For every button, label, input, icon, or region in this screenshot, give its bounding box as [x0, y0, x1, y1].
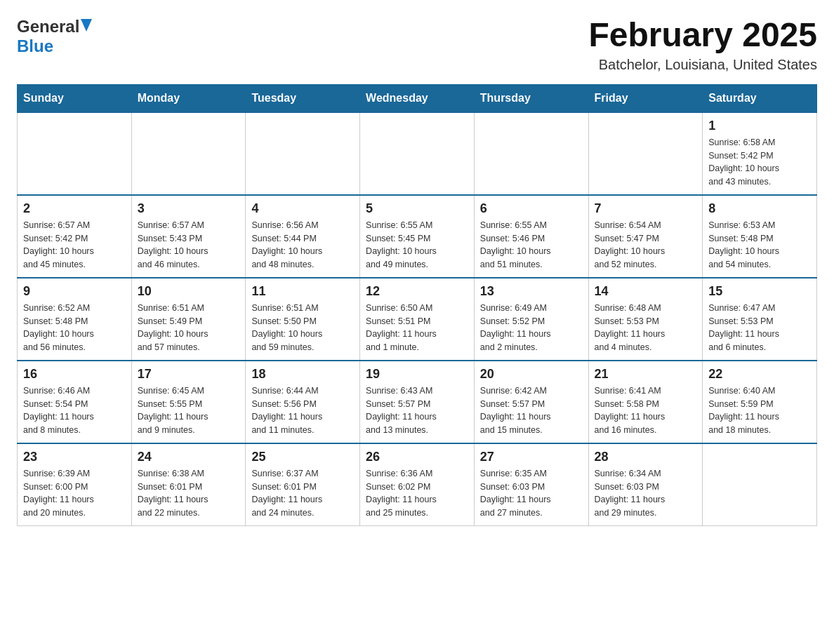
day-number: 26 [366, 450, 468, 464]
calendar-cell: 1Sunrise: 6:58 AM Sunset: 5:42 PM Daylig… [703, 112, 817, 195]
weekday-header-row: SundayMondayTuesdayWednesdayThursdayFrid… [18, 84, 817, 112]
week-row-2: 2Sunrise: 6:57 AM Sunset: 5:42 PM Daylig… [18, 195, 817, 278]
day-number: 27 [480, 450, 583, 464]
day-number: 24 [138, 450, 240, 464]
calendar-cell: 7Sunrise: 6:54 AM Sunset: 5:47 PM Daylig… [588, 195, 703, 278]
day-number: 12 [366, 284, 468, 299]
day-info: Sunrise: 6:52 AM Sunset: 5:48 PM Dayligh… [23, 302, 126, 354]
day-number: 4 [251, 201, 354, 216]
calendar-cell: 23Sunrise: 6:39 AM Sunset: 6:00 PM Dayli… [18, 443, 132, 526]
day-number: 23 [23, 450, 126, 464]
day-number: 7 [595, 201, 697, 216]
calendar-cell: 8Sunrise: 6:53 AM Sunset: 5:48 PM Daylig… [703, 195, 817, 278]
calendar-cell [474, 112, 588, 195]
day-number: 10 [138, 284, 240, 299]
calendar-cell [703, 443, 817, 526]
calendar-cell: 18Sunrise: 6:44 AM Sunset: 5:56 PM Dayli… [246, 361, 360, 443]
calendar-cell: 9Sunrise: 6:52 AM Sunset: 5:48 PM Daylig… [18, 278, 132, 361]
logo-blue-text: Blue [17, 36, 53, 55]
month-title: February 2025 [588, 17, 817, 54]
day-number: 1 [708, 119, 811, 133]
calendar-cell: 17Sunrise: 6:45 AM Sunset: 5:55 PM Dayli… [131, 361, 246, 443]
day-info: Sunrise: 6:40 AM Sunset: 5:59 PM Dayligh… [708, 384, 811, 437]
calendar-cell: 22Sunrise: 6:40 AM Sunset: 5:59 PM Dayli… [703, 361, 817, 443]
day-number: 9 [23, 284, 126, 299]
week-row-1: 1Sunrise: 6:58 AM Sunset: 5:42 PM Daylig… [18, 112, 817, 195]
day-info: Sunrise: 6:48 AM Sunset: 5:53 PM Dayligh… [595, 302, 697, 354]
calendar-cell: 13Sunrise: 6:49 AM Sunset: 5:52 PM Dayli… [474, 278, 588, 361]
day-number: 20 [480, 367, 583, 382]
day-number: 3 [138, 201, 240, 216]
calendar-cell: 20Sunrise: 6:42 AM Sunset: 5:57 PM Dayli… [474, 361, 588, 443]
day-info: Sunrise: 6:46 AM Sunset: 5:54 PM Dayligh… [23, 384, 126, 437]
day-info: Sunrise: 6:47 AM Sunset: 5:53 PM Dayligh… [708, 302, 811, 354]
calendar-cell [131, 112, 246, 195]
day-info: Sunrise: 6:49 AM Sunset: 5:52 PM Dayligh… [480, 302, 583, 354]
weekday-sunday: Sunday [18, 84, 132, 112]
day-info: Sunrise: 6:44 AM Sunset: 5:56 PM Dayligh… [251, 384, 354, 437]
svg-marker-0 [81, 19, 92, 32]
day-info: Sunrise: 6:37 AM Sunset: 6:01 PM Dayligh… [251, 467, 354, 520]
day-number: 18 [251, 367, 354, 382]
day-number: 22 [708, 367, 811, 382]
calendar-cell [588, 112, 703, 195]
header: General Blue February 2025 Batchelor, Lo… [17, 17, 817, 73]
day-number: 21 [595, 367, 697, 382]
calendar-cell: 24Sunrise: 6:38 AM Sunset: 6:01 PM Dayli… [131, 443, 246, 526]
day-info: Sunrise: 6:51 AM Sunset: 5:50 PM Dayligh… [251, 302, 354, 354]
title-area: February 2025 Batchelor, Louisiana, Unit… [588, 17, 817, 73]
calendar-cell: 5Sunrise: 6:55 AM Sunset: 5:45 PM Daylig… [360, 195, 475, 278]
day-number: 2 [23, 201, 126, 216]
calendar-cell: 11Sunrise: 6:51 AM Sunset: 5:50 PM Dayli… [246, 278, 360, 361]
day-number: 25 [251, 450, 354, 464]
calendar-cell: 3Sunrise: 6:57 AM Sunset: 5:43 PM Daylig… [131, 195, 246, 278]
location-title: Batchelor, Louisiana, United States [588, 57, 817, 73]
calendar-cell: 6Sunrise: 6:55 AM Sunset: 5:46 PM Daylig… [474, 195, 588, 278]
calendar-cell [360, 112, 475, 195]
calendar-cell [18, 112, 132, 195]
day-info: Sunrise: 6:58 AM Sunset: 5:42 PM Dayligh… [708, 136, 811, 189]
calendar-cell: 10Sunrise: 6:51 AM Sunset: 5:49 PM Dayli… [131, 278, 246, 361]
day-info: Sunrise: 6:39 AM Sunset: 6:00 PM Dayligh… [23, 467, 126, 520]
day-info: Sunrise: 6:54 AM Sunset: 5:47 PM Dayligh… [595, 219, 697, 271]
day-info: Sunrise: 6:38 AM Sunset: 6:01 PM Dayligh… [138, 467, 240, 520]
day-number: 5 [366, 201, 468, 216]
day-info: Sunrise: 6:55 AM Sunset: 5:46 PM Dayligh… [480, 219, 583, 271]
day-number: 13 [480, 284, 583, 299]
day-info: Sunrise: 6:57 AM Sunset: 5:42 PM Dayligh… [23, 219, 126, 271]
day-info: Sunrise: 6:57 AM Sunset: 5:43 PM Dayligh… [138, 219, 240, 271]
calendar-cell: 28Sunrise: 6:34 AM Sunset: 6:03 PM Dayli… [588, 443, 703, 526]
day-info: Sunrise: 6:50 AM Sunset: 5:51 PM Dayligh… [366, 302, 468, 354]
day-info: Sunrise: 6:36 AM Sunset: 6:02 PM Dayligh… [366, 467, 468, 520]
calendar-table: SundayMondayTuesdayWednesdayThursdayFrid… [17, 84, 817, 526]
weekday-friday: Friday [588, 84, 703, 112]
weekday-thursday: Thursday [474, 84, 588, 112]
week-row-4: 16Sunrise: 6:46 AM Sunset: 5:54 PM Dayli… [18, 361, 817, 443]
calendar-cell: 14Sunrise: 6:48 AM Sunset: 5:53 PM Dayli… [588, 278, 703, 361]
weekday-tuesday: Tuesday [246, 84, 360, 112]
weekday-monday: Monday [131, 84, 246, 112]
calendar-cell: 21Sunrise: 6:41 AM Sunset: 5:58 PM Dayli… [588, 361, 703, 443]
day-info: Sunrise: 6:51 AM Sunset: 5:49 PM Dayligh… [138, 302, 240, 354]
calendar-cell: 16Sunrise: 6:46 AM Sunset: 5:54 PM Dayli… [18, 361, 132, 443]
day-info: Sunrise: 6:43 AM Sunset: 5:57 PM Dayligh… [366, 384, 468, 437]
calendar-cell: 4Sunrise: 6:56 AM Sunset: 5:44 PM Daylig… [246, 195, 360, 278]
day-number: 6 [480, 201, 583, 216]
day-info: Sunrise: 6:42 AM Sunset: 5:57 PM Dayligh… [480, 384, 583, 437]
day-number: 16 [23, 367, 126, 382]
weekday-saturday: Saturday [703, 84, 817, 112]
week-row-3: 9Sunrise: 6:52 AM Sunset: 5:48 PM Daylig… [18, 278, 817, 361]
logo-triangle-icon [81, 19, 92, 34]
calendar-cell: 27Sunrise: 6:35 AM Sunset: 6:03 PM Dayli… [474, 443, 588, 526]
calendar-cell: 2Sunrise: 6:57 AM Sunset: 5:42 PM Daylig… [18, 195, 132, 278]
weekday-wednesday: Wednesday [360, 84, 475, 112]
calendar-cell [246, 112, 360, 195]
calendar-cell: 26Sunrise: 6:36 AM Sunset: 6:02 PM Dayli… [360, 443, 475, 526]
day-info: Sunrise: 6:41 AM Sunset: 5:58 PM Dayligh… [595, 384, 697, 437]
logo: General Blue [17, 17, 92, 56]
day-info: Sunrise: 6:34 AM Sunset: 6:03 PM Dayligh… [595, 467, 697, 520]
day-number: 11 [251, 284, 354, 299]
calendar-cell: 25Sunrise: 6:37 AM Sunset: 6:01 PM Dayli… [246, 443, 360, 526]
day-info: Sunrise: 6:56 AM Sunset: 5:44 PM Dayligh… [251, 219, 354, 271]
calendar-cell: 19Sunrise: 6:43 AM Sunset: 5:57 PM Dayli… [360, 361, 475, 443]
